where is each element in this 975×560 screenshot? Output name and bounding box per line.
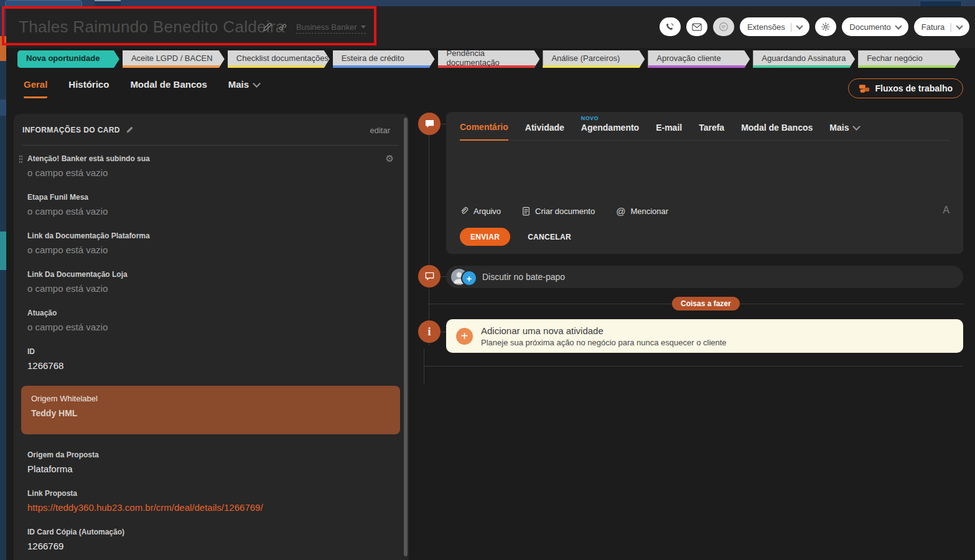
todo-badge[interactable]: Coisas a fazer <box>672 297 740 310</box>
composer-tab-agendamento[interactable]: NOVOAgendamento <box>581 123 639 140</box>
background-fragment <box>0 231 6 270</box>
divider: | <box>949 22 952 32</box>
chevron-down-icon <box>895 22 902 29</box>
tab-geral[interactable]: Geral <box>24 79 47 98</box>
composer-tab-coment-rio[interactable]: Comentário <box>460 122 508 141</box>
stage-label: Aceite LGPD / BACEN <box>131 54 213 63</box>
divider: | <box>790 22 793 32</box>
paperclip-icon <box>460 207 469 216</box>
pipeline-stage-esteira-de-cr-dito[interactable]: Esteira de crédito <box>333 50 435 68</box>
edit-link[interactable]: editar <box>370 126 390 135</box>
pencil-icon[interactable] <box>126 126 133 134</box>
fatura-button[interactable]: Fatura | <box>914 17 969 36</box>
stage-label: Fechar negócio <box>867 54 923 63</box>
pipeline-stage-aceite-lgpd-bacen[interactable]: Aceite LGPD / BACEN <box>123 50 225 68</box>
comment-composer-panel: ComentárioAtividadeNOVOAgendamentoE-mail… <box>446 112 963 254</box>
responsible-label: Business Banker <box>296 22 357 32</box>
attach-arquivo-button[interactable]: Arquivo <box>460 207 501 216</box>
pipeline-stage-nova-oportunidade[interactable]: Nova oportunidade <box>17 50 119 68</box>
deal-header: Thales Raimundo Benedito Caldeira Busine… <box>6 6 975 48</box>
mail-button[interactable] <box>686 17 707 36</box>
plus-icon: + <box>456 328 473 345</box>
documento-button[interactable]: Documento <box>842 17 908 36</box>
info-icon: i <box>418 320 441 343</box>
field-label: Origem Whitelabel <box>31 394 390 403</box>
tab-label: Histórico <box>68 79 109 90</box>
attachment-toolbar: ArquivoCriar documento@MencionarA <box>460 202 949 220</box>
avatar-stack: + <box>450 268 477 286</box>
link-icon[interactable] <box>278 22 287 32</box>
card-info-panel: INFORMAÇÕES DO CARD editar ⚙Atenção! Ban… <box>14 114 409 560</box>
attach-criar-documento-button[interactable]: Criar documento <box>522 207 595 216</box>
background-fragment <box>0 36 6 61</box>
card-field-link-proposta: Link Propostahttps://teddy360.hub23.com.… <box>22 489 399 513</box>
timeline-connector <box>441 332 446 332</box>
card-fields-list: ⚙Atenção! Banker está subindo suao campo… <box>22 154 399 560</box>
chat-placeholder: Discutir no bate-papo <box>482 272 565 282</box>
pencil-icon[interactable] <box>263 22 272 32</box>
chat-discussion-row[interactable]: + Discutir no bate-papo <box>446 266 963 288</box>
card-field-atua-o: Atuaçãoo campo está vazio <box>22 309 399 332</box>
tab-hist-rico[interactable]: Histórico <box>68 79 109 96</box>
pipeline-stage-aguardando-assinatura[interactable]: Aguardando Assinatura <box>753 50 855 68</box>
text-format-toggle[interactable]: A <box>943 205 949 216</box>
document-icon <box>522 207 530 216</box>
page-title: Thales Raimundo Benedito Caldeira <box>19 17 285 37</box>
field-label: Atuação <box>27 309 399 317</box>
pipeline-stage-pend-ncia-documenta-o[interactable]: Pendência documentação <box>438 50 540 68</box>
field-gear-icon[interactable]: ⚙ <box>386 153 394 164</box>
responsible-dropdown[interactable]: Business Banker <box>296 22 366 34</box>
workflows-button[interactable]: Fluxos de trabalho <box>848 78 963 98</box>
tab-mais[interactable]: Mais <box>228 79 259 96</box>
card-field-etapa-funil-mesa: Etapa Funil Mesao campo está vazio <box>22 193 399 217</box>
add-participant-icon[interactable]: + <box>461 270 477 286</box>
divider <box>424 348 424 385</box>
drag-handle-icon[interactable] <box>19 155 23 164</box>
composer-tab-modal-de-bancos[interactable]: Modal de Bancos <box>741 123 813 140</box>
composer-tab-bar: ComentárioAtividadeNOVOAgendamentoE-mail… <box>460 112 949 141</box>
at-icon: @ <box>616 206 625 217</box>
extensions-button[interactable]: Extensões | <box>740 17 809 36</box>
timeline-connector <box>441 124 446 124</box>
field-label: Link Proposta <box>27 489 399 498</box>
card-info-title: INFORMAÇÕES DO CARD <box>22 126 120 134</box>
tab-label: Geral <box>24 79 47 90</box>
pipeline-stage-bar: Nova oportunidadeAceite LGPD / BACENChec… <box>17 50 960 68</box>
composer-tab-e-mail[interactable]: E-mail <box>656 123 682 140</box>
divider <box>22 145 399 146</box>
settings-gear-button[interactable] <box>815 17 836 36</box>
tab-modal-de-bancos[interactable]: Modal de Bancos <box>130 79 207 96</box>
cancel-button[interactable]: CANCELAR <box>524 232 575 242</box>
pipeline-stage-checklist-documenta-es[interactable]: Checklist documentações <box>228 50 330 68</box>
attach-label: Criar documento <box>535 207 595 216</box>
pipeline-stage-fechar-neg-cio[interactable]: Fechar negócio <box>858 50 960 68</box>
field-empty-value: o campo está vazio <box>27 245 399 255</box>
composer-tab-atividade[interactable]: Atividade <box>525 123 564 140</box>
field-link[interactable]: https://teddy360.hub23.com.br/crm/deal/d… <box>27 502 399 513</box>
stage-label: Pendência documentação <box>447 49 540 67</box>
documento-label: Documento <box>849 22 890 32</box>
pipeline-stage-aprova-o-cliente[interactable]: Aprovação cliente <box>648 50 750 68</box>
chat-button[interactable] <box>713 17 734 36</box>
field-label: ID <box>27 347 399 356</box>
field-empty-value: o campo está vazio <box>27 206 399 217</box>
composer-tab-label: Agendamento <box>581 123 639 133</box>
comment-input[interactable] <box>460 141 949 202</box>
add-activity-subtitle: Planeje sua próxima ação no negócio para… <box>481 338 727 347</box>
field-value: 1266769 <box>27 541 399 551</box>
phone-button[interactable] <box>660 17 681 36</box>
field-value: Plataforma <box>27 464 399 474</box>
attach-label: Mencionar <box>630 207 668 216</box>
add-activity-card[interactable]: + Adicionar uma nova atividade Planeje s… <box>446 319 963 353</box>
timeline-connector <box>441 276 446 277</box>
field-label: Link Da Documentação Loja <box>27 270 399 279</box>
composer-tab-mais[interactable]: Mais <box>829 123 859 140</box>
stage-label: Esteira de crédito <box>342 54 404 63</box>
composer-tab-tarefa[interactable]: Tarefa <box>699 123 724 140</box>
pipeline-stage-an-lise-parceiros[interactable]: Análise (Parceiros) <box>543 50 645 68</box>
card-field-id-card-c-pia-automa-o: ID Card Cópia (Automação)1266769 <box>22 528 399 551</box>
scrollbar[interactable] <box>404 118 408 556</box>
chevron-down-icon <box>253 80 261 88</box>
send-button[interactable]: ENVIAR <box>460 228 510 246</box>
attach-mencionar-button[interactable]: @Mencionar <box>616 206 668 217</box>
